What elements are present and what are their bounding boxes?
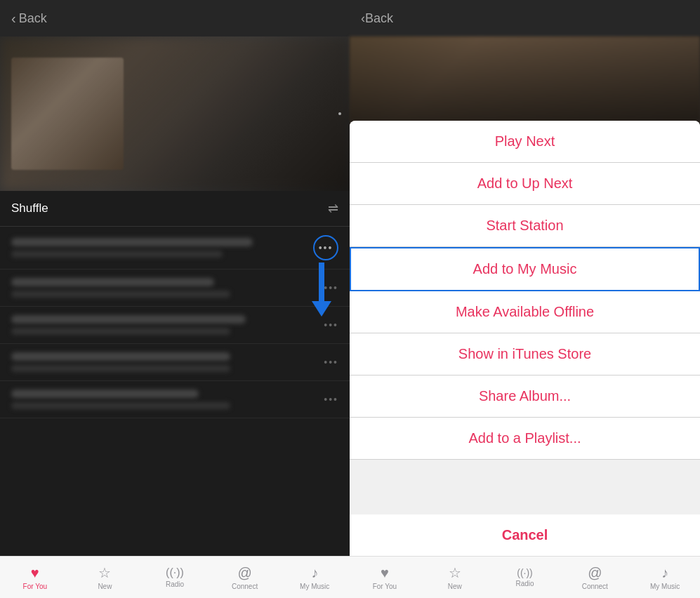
arrow-annotation [312,263,331,317]
left-back-button[interactable]: ‹ Back [11,11,47,27]
arrow-shaft [319,263,324,301]
tab-my-music-label: My Music [300,583,329,590]
add-to-up-next-label: Add to Up Next [477,175,573,191]
track-info [11,390,324,409]
list-item: ••• [0,307,350,344]
add-to-my-music-button[interactable]: Add to My Music ← [350,247,700,291]
new-icon: ☆ [98,564,111,581]
track-title [11,278,214,286]
cancel-button[interactable]: Cancel [350,514,700,556]
tab-radio[interactable]: ((·)) Radio [140,566,210,588]
tab-radio-right[interactable]: ((·)) Radio [490,567,560,587]
more-options-button[interactable]: ••• [324,394,338,405]
add-to-my-music-label: Add to My Music [473,261,577,277]
make-available-offline-button[interactable]: Make Available Offline [350,291,700,333]
share-album-label: Share Album... [479,388,571,404]
tab-new-label: New [98,583,112,590]
more-options-button[interactable]: ••• [313,235,338,260]
show-in-itunes-store-label: Show in iTunes Store [458,346,591,361]
shuffle-row[interactable]: Shuffle ⇌ [0,191,350,227]
more-dots-icon: ••• [319,242,334,253]
list-item: ••• [0,270,350,307]
track-title [11,352,230,361]
right-back-button[interactable]: ‹ Back [361,11,393,26]
radio-icon: ((·)) [166,566,184,579]
track-subtitle [11,402,230,409]
right-panel: ‹ Back Play Next Add to Up Next Start St… [350,0,700,598]
connect-icon: @ [237,565,251,581]
left-panel: ‹ Back Shuffle ⇌ ••• [0,0,350,598]
show-in-itunes-store-button[interactable]: Show in iTunes Store [350,333,700,376]
track-info [11,315,324,335]
album-art-area [0,36,350,191]
left-back-label: Back [19,11,47,26]
track-subtitle [11,328,230,335]
track-info [11,278,324,298]
tab-new[interactable]: ☆ New [70,564,140,590]
dot-indicator [338,112,341,115]
shuffle-label: Shuffle [11,201,48,215]
make-available-offline-label: Make Available Offline [456,304,594,319]
tab-bar-right: ♥ For You ☆ New ((·)) Radio @ Connect ♪ … [350,556,700,598]
tab-for-you[interactable]: ♥ For You [0,565,70,590]
connect-icon: @ [588,565,602,581]
tab-my-music-label-right: My Music [650,583,680,590]
list-item: ••• [0,381,350,418]
tab-my-music-right[interactable]: ♪ My Music [630,565,700,590]
play-next-label: Play Next [495,133,555,149]
track-title [11,390,199,398]
start-station-button[interactable]: Start Station [350,205,700,247]
left-header: ‹ Back [0,0,350,36]
start-station-label: Start Station [486,218,563,233]
tab-connect[interactable]: @ Connect [210,565,280,590]
album-thumbnail [11,58,124,170]
right-back-label: Back [365,11,393,26]
tab-bar: ♥ For You ☆ New ((·)) Radio @ Connect ♪ … [0,556,350,598]
share-album-button[interactable]: Share Album... [350,376,700,418]
music-icon: ♪ [661,565,668,581]
right-album-peek [350,36,700,121]
left-chevron-icon: ‹ [11,11,16,27]
track-subtitle [11,291,230,298]
track-title [11,315,246,324]
arrow-head-icon [312,301,331,317]
tab-connect-label-right: Connect [582,583,608,590]
more-options-button[interactable]: ••• [324,357,338,368]
action-sheet: Play Next Add to Up Next Start Station A… [350,121,700,556]
heart-icon: ♥ [381,565,389,581]
tab-for-you-right[interactable]: ♥ For You [350,565,420,590]
heart-icon: ♥ [31,565,39,581]
add-to-up-next-button[interactable]: Add to Up Next [350,163,700,205]
action-sheet-spacer [350,460,700,514]
list-item: ••• [0,227,350,270]
radio-icon: ((·)) [517,567,533,578]
tab-radio-label-right: Radio [515,580,534,587]
track-subtitle [11,365,230,372]
shuffle-icon: ⇌ [328,201,338,216]
track-list: ••• ••• ••• [0,227,350,556]
tab-connect-right[interactable]: @ Connect [560,565,630,590]
play-next-button[interactable]: Play Next [350,121,700,163]
track-subtitle [11,251,223,258]
right-header: ‹ Back [350,0,700,36]
cancel-label: Cancel [502,527,548,543]
music-icon: ♪ [311,565,318,581]
tab-radio-label: Radio [166,580,184,588]
track-title [11,238,253,246]
more-options-button[interactable]: ••• [324,319,338,331]
track-info [11,238,313,258]
tab-connect-label: Connect [232,583,258,590]
add-to-playlist-label: Add to a Playlist... [468,430,581,446]
add-to-playlist-button[interactable]: Add to a Playlist... [350,418,700,460]
tab-new-right[interactable]: ☆ New [420,564,490,590]
tab-new-label-right: New [448,583,462,590]
new-icon: ☆ [449,564,461,581]
list-item: ••• [0,344,350,381]
tab-for-you-label-right: For You [373,583,397,590]
tab-for-you-label: For You [23,583,47,590]
right-album-inner [350,36,700,121]
tab-my-music[interactable]: ♪ My Music [279,565,350,590]
track-info [11,352,324,372]
